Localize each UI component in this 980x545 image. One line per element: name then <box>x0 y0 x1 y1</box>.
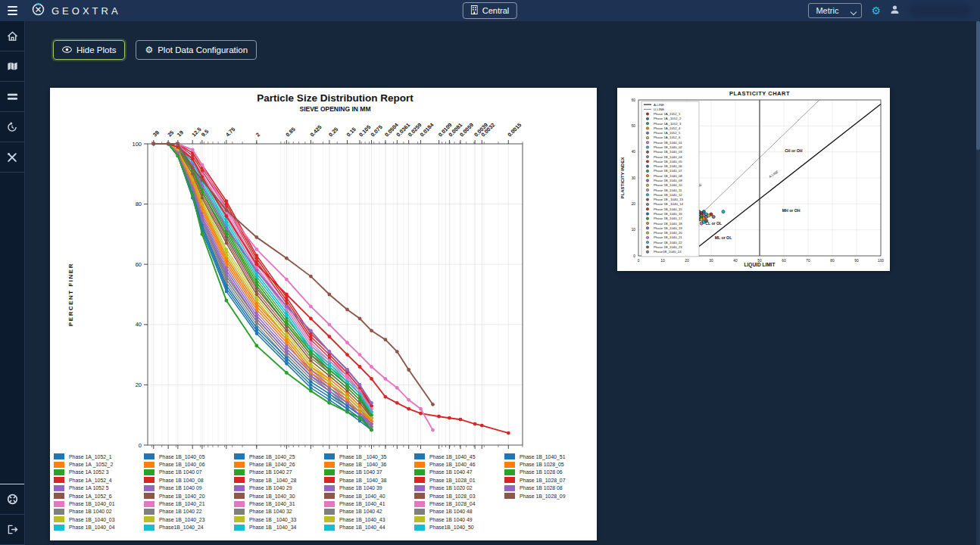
legend-item: Phase 1B _1040_33 <box>234 515 324 523</box>
legend-item: Phase 1B_1040_06 <box>144 460 234 468</box>
legend-item: Phase 1B_1028_09 <box>504 492 595 500</box>
svg-text:100: 100 <box>132 141 142 148</box>
svg-text:Phase 1B_1040_02: Phase 1B_1040_02 <box>654 145 682 149</box>
legend-swatch <box>504 462 515 468</box>
sidebar-item-help[interactable] <box>0 484 24 515</box>
legend-swatch <box>54 469 64 475</box>
legend-swatch <box>504 493 515 499</box>
legend-swatch <box>234 477 245 483</box>
legend-item: Phase 1B_1028_04 <box>414 500 504 507</box>
vertical-scrollbar[interactable] <box>976 21 980 545</box>
svg-text:Phase 1B_1040_16: Phase 1B_1040_16 <box>654 212 682 216</box>
sidebar-item-logout[interactable] <box>0 515 24 545</box>
svg-text:Phase 1A_1052_5: Phase 1A_1052_5 <box>654 131 681 135</box>
legend-label: Phase 1B _1040_33 <box>249 517 296 522</box>
central-button-label: Central <box>482 6 509 15</box>
legend-label: Phase 1B _1040_28 <box>249 478 296 483</box>
legend-label: Phase 1B 1040 47 <box>429 469 473 475</box>
svg-text:Phase 1B_1040_07: Phase 1B_1040_07 <box>654 169 682 173</box>
svg-text:Phase 1B_1040_09: Phase 1B_1040_09 <box>654 179 682 182</box>
legend-swatch <box>324 477 335 483</box>
legend-swatch <box>414 453 425 459</box>
plasticity-chart: PLASTICITY CHART010203040506070809010001… <box>617 88 890 274</box>
particle-size-distribution-card: Particle Size Distribution ReportSIEVE O… <box>50 88 597 540</box>
legend-label: Phase 1B _1040_36 <box>339 462 386 467</box>
legend-label: Phase 1A_1052_4 <box>69 478 112 483</box>
legend-label: Phase 1B _1040_34 <box>249 525 296 530</box>
legend-item: Phase 1B 1028_05 <box>504 460 595 468</box>
legend-item: Phase 1B_1040_51 <box>504 453 595 460</box>
svg-text:Phase 1B_1040_23: Phase 1B_1040_23 <box>654 245 682 249</box>
legend-label: Phase 1B_1040_45 <box>429 454 476 459</box>
legend-swatch <box>324 493 335 499</box>
sidebar-item-layers[interactable] <box>0 82 24 112</box>
top-header: GEOXTRA Central Metric ⚙ <box>0 0 980 21</box>
svg-text:Phase1B_1040_24: Phase1B_1040_24 <box>654 250 682 254</box>
svg-text:50: 50 <box>632 124 636 128</box>
legend-swatch <box>144 501 154 507</box>
legend-label: Phase 1B_1040_23 <box>159 517 205 522</box>
legend-item: Phase 1B _1040_34 <box>234 524 324 531</box>
redacted-username <box>909 4 971 17</box>
legend-item: Phase 1B_1040_31 <box>234 500 324 507</box>
eye-icon <box>62 45 72 54</box>
legend-item: Phase 1B 1040 37 <box>324 469 414 476</box>
sidebar-item-history[interactable] <box>0 112 24 142</box>
legend-swatch <box>144 462 154 468</box>
legend-label: Phase 1B 1040 37 <box>339 469 382 475</box>
legend-swatch <box>144 477 154 483</box>
legend-swatch <box>324 469 335 475</box>
legend-item: Phase 1B_1040_26 <box>234 460 324 468</box>
psd-legend-column: Phase 1B_1040_45Phase 1B_1040_46Phase 1B… <box>414 453 504 531</box>
plot-data-configuration-button[interactable]: ⚙ Plot Data Configuration <box>136 40 257 60</box>
svg-text:Phase 1B_1040_12: Phase 1B_1040_12 <box>654 193 682 197</box>
geoxtra-logo-icon <box>32 3 45 19</box>
legend-swatch <box>414 477 425 483</box>
legend-label: Phase 1B_1040_31 <box>249 501 295 506</box>
legend-swatch <box>234 493 245 499</box>
unit-select[interactable]: Metric <box>808 3 862 18</box>
psd-legend-column: Phase 1A_1052_1Phase 1A _1052_2Phase 1A … <box>54 453 144 531</box>
legend-swatch <box>414 516 425 522</box>
legend-label: Phase 1B_1040_51 <box>520 454 566 459</box>
left-sidebar <box>0 21 25 545</box>
hamburger-menu-icon[interactable] <box>0 6 24 15</box>
legend-label: Phase 1B 1028 06 <box>520 469 563 475</box>
legend-label: Phase 1B 1040 29 <box>249 485 292 490</box>
legend-swatch <box>414 509 425 515</box>
legend-swatch <box>54 516 64 522</box>
legend-item: Phase 1B _1040_35 <box>324 453 414 460</box>
legend-swatch <box>414 493 425 499</box>
settings-gear-icon[interactable]: ⚙ <box>871 5 881 16</box>
legend-item: Phase 1B_1028_01 <box>414 476 504 484</box>
legend-swatch <box>324 525 335 531</box>
psd-chart: Particle Size Distribution ReportSIEVE O… <box>50 88 597 456</box>
legend-swatch <box>234 516 245 522</box>
legend-swatch <box>234 501 245 507</box>
legend-item: Phase 1B 1040 32 <box>234 508 324 515</box>
legend-label: Phase 1A 1052 3 <box>69 469 109 475</box>
sidebar-item-map[interactable] <box>0 51 24 82</box>
svg-text:Phase 1B_1040_19: Phase 1B_1040_19 <box>654 226 682 230</box>
central-button[interactable]: Central <box>463 2 517 19</box>
sidebar-item-tools[interactable] <box>0 142 24 173</box>
legend-swatch <box>234 485 245 491</box>
svg-text:80: 80 <box>830 259 835 263</box>
legend-swatch <box>234 525 245 531</box>
legend-item: Phase 1B 1020 02 <box>414 484 504 492</box>
sidebar-item-home[interactable] <box>0 21 24 51</box>
legend-swatch <box>144 525 154 531</box>
svg-text:MH or OH: MH or OH <box>782 208 801 213</box>
svg-text:60: 60 <box>136 261 142 268</box>
svg-text:20: 20 <box>136 382 142 388</box>
hide-plots-button[interactable]: Hide Plots <box>53 40 125 60</box>
legend-item: Phase 1B 1040 48 <box>414 508 504 515</box>
user-profile-icon[interactable] <box>890 4 900 17</box>
legend-item: Phase 1B_1028_07 <box>504 476 595 484</box>
legend-item: Phase 1B_1040_25 <box>234 453 324 460</box>
svg-text:40: 40 <box>632 150 636 154</box>
svg-text:90: 90 <box>854 259 859 263</box>
legend-label: Phase 1B 1040 07 <box>159 469 202 475</box>
legend-item: Phase 1B _1040_36 <box>324 460 414 468</box>
legend-item: Phase 1B 1028 06 <box>504 469 595 476</box>
